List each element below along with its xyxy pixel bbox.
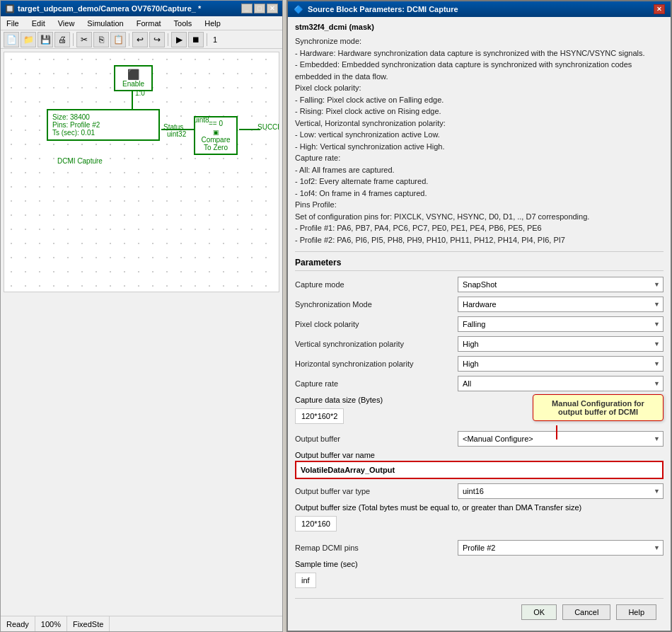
- info-capture-title: Capture rate:: [295, 152, 664, 164]
- dcmi-pins: Pins: Profile #2: [52, 121, 154, 129]
- menu-simulation[interactable]: Simulation: [84, 18, 126, 28]
- output-buffer-var-input[interactable]: [295, 461, 664, 479]
- redo-icon[interactable]: ↪: [149, 32, 165, 47]
- info-pins-title: Pins Profile:: [295, 199, 664, 211]
- sample-time-value: inf: [295, 573, 316, 588]
- info-profile1: - Profile #1: PA6, PB7, PA4, PC6, PC7, P…: [295, 222, 664, 234]
- menu-help[interactable]: Help: [202, 18, 224, 28]
- output-buffer-size-label: Output buffer size (Total bytes must be …: [295, 503, 664, 512]
- menu-bar: File Edit View Simulation Format Tools H…: [1, 16, 282, 30]
- dcmi-block-label: DCMI Capture: [57, 157, 103, 165]
- ok-button[interactable]: OK: [521, 604, 557, 620]
- minimize-button[interactable]: _: [241, 4, 253, 13]
- output-buffer-size-section: Output buffer size (Total bytes must be …: [295, 503, 664, 536]
- dialog-subtitle: stm32f4_dcmi (mask): [295, 23, 664, 31]
- sync-mode-label: Synchronization Mode: [295, 300, 458, 309]
- print-icon[interactable]: 🖨: [54, 32, 70, 47]
- paste-icon[interactable]: 📋: [110, 32, 126, 47]
- close-button-left[interactable]: ✕: [267, 4, 278, 13]
- run-icon[interactable]: ▶: [171, 32, 187, 47]
- cut-icon[interactable]: ✂: [76, 32, 92, 47]
- dcmi-block[interactable]: Size: 38400 Pins: Profile #2 Ts (sec): 0…: [47, 109, 160, 141]
- status-solver: FixedSte: [67, 616, 110, 631]
- info-vsync-high: - High: Vertical synchronization active …: [295, 141, 664, 153]
- dialog-buttons: OK Cancel Help: [295, 598, 664, 626]
- param-row-output-buffer: Output buffer <Manual Configure> Manual …: [295, 431, 664, 447]
- toolbar-sep-2: [129, 33, 129, 46]
- remap-pins-dropdown[interactable]: Profile #2: [458, 540, 664, 556]
- status-ready: Ready: [1, 616, 35, 631]
- output-buffer-size-value: 120*160: [295, 516, 337, 532]
- left-title-bar: 🔲 target_udpcam_demo/Camera OV7670/Captu…: [1, 1, 282, 16]
- param-row-remap-pins: Remap DCMI pins Profile #2: [295, 540, 664, 556]
- simulink-icon: 🔲: [5, 4, 15, 13]
- horiz-polarity-dropdown[interactable]: High: [458, 356, 664, 372]
- menu-tools[interactable]: Tools: [171, 18, 195, 28]
- capture-rate-dropdown[interactable]: All: [458, 376, 664, 391]
- info-pixel-rise: - Rising: Pixel clock active on Rising e…: [295, 105, 664, 117]
- info-section: Synchronize mode: - Hardware: Hardware s…: [295, 35, 664, 252]
- info-vsync-low: - Low: vertical synchronization active L…: [295, 129, 664, 141]
- info-pixel-title: Pixel clock polarity:: [295, 82, 664, 94]
- help-button[interactable]: Help: [616, 604, 656, 620]
- param-row-pixel-polarity: Pixel clock polarity Falling: [295, 316, 664, 332]
- dcmi-ts: Ts (sec): 0.01: [52, 129, 154, 137]
- info-vsync-title: Vertical, Horizontal synchronization pol…: [295, 117, 664, 130]
- toolbar-sep-1: [73, 33, 74, 46]
- output-buffer-dropdown[interactable]: <Manual Configure>: [458, 431, 664, 447]
- menu-view[interactable]: View: [55, 18, 78, 28]
- sample-time-label: Sample time (sec): [295, 560, 664, 568]
- open-icon[interactable]: 📁: [21, 32, 36, 47]
- param-row-vert-polarity: Vertical synchronization polarity High: [295, 336, 664, 352]
- compare-label: CompareTo Zero: [198, 136, 233, 151]
- save-icon[interactable]: 💾: [37, 32, 53, 47]
- enable-block[interactable]: ⬛ Enable: [114, 65, 153, 91]
- var-type-dropdown[interactable]: uint16: [458, 483, 664, 499]
- params-label: Parameters: [295, 258, 664, 271]
- capture-rate-label: Capture rate: [295, 379, 458, 388]
- var-type-label: Output buffer var type: [295, 487, 458, 495]
- toolbar: 📄 📁 💾 🖨 ✂ ⎘ 📋 ↩ ↪ ▶ ⏹ 1: [1, 30, 282, 49]
- menu-format[interactable]: Format: [134, 18, 164, 28]
- undo-icon[interactable]: ↩: [132, 32, 148, 47]
- param-row-var-type: Output buffer var type uint16: [295, 483, 664, 499]
- enable-label: Enable: [122, 80, 144, 88]
- info-sync-title: Synchronize mode:: [295, 35, 664, 47]
- sync-mode-dropdown[interactable]: Hardware: [458, 297, 664, 312]
- info-capture-1of2: - 1of2: Every alternate frame captured.: [295, 176, 664, 188]
- info-capture-all: - All: All frames are captured.: [295, 164, 664, 176]
- capture-mode-dropdown[interactable]: SnapShot: [458, 277, 664, 292]
- wire-dcmi-compare: [161, 129, 195, 130]
- status-zoom: 100%: [35, 616, 67, 631]
- vert-polarity-label: Vertical synchronization polarity: [295, 340, 458, 348]
- sample-time-section: Sample time (sec) inf: [295, 560, 664, 592]
- output-buffer-var-label: Output buffer var name: [295, 451, 664, 459]
- params-section: Parameters Capture mode SnapShot Synchro…: [295, 258, 664, 592]
- cancel-button[interactable]: Cancel: [562, 604, 610, 620]
- vert-polarity-dropdown[interactable]: High: [458, 336, 664, 352]
- info-capture-1of4: - 1of4: On frame in 4 frames captured.: [295, 188, 664, 200]
- pixel-polarity-dropdown[interactable]: Falling: [458, 316, 664, 332]
- dialog-close-button[interactable]: ✕: [654, 4, 665, 14]
- horiz-polarity-label: Horizontal synchronization polarity: [295, 360, 458, 368]
- info-pins-desc: Set of configuration pins for: PIXCLK, V…: [295, 211, 664, 223]
- uint8-label: uint8: [194, 116, 209, 124]
- menu-file[interactable]: File: [4, 18, 22, 28]
- dialog-panel: 🔷 Source Block Parameters: DCMI Capture …: [286, 0, 672, 632]
- info-sync-emb: - Embedded: Embedded synchronization dat…: [295, 59, 664, 82]
- stop-icon[interactable]: ⏹: [188, 32, 204, 47]
- remap-pins-label: Remap DCMI pins: [295, 544, 458, 552]
- toolbar-sep-4: [207, 33, 207, 46]
- new-icon[interactable]: 📄: [4, 32, 19, 47]
- dialog-title-text: Source Block Parameters: DCMI Capture: [308, 5, 458, 13]
- uint32-label: uint32: [167, 130, 186, 138]
- capture-size-value: 120*160*2: [295, 408, 344, 424]
- capture-mode-label: Capture mode: [295, 280, 458, 289]
- maximize-button[interactable]: □: [254, 4, 265, 13]
- canvas-area[interactable]: ⬛ Enable 1:0 Size: 38400 Pins: Profile #…: [4, 52, 279, 292]
- info-profile2: - Profile #2: PA6, PI6, PI5, PH8, PH9, P…: [295, 234, 664, 246]
- param-row-sync-mode: Synchronization Mode Hardware: [295, 297, 664, 312]
- menu-edit[interactable]: Edit: [29, 18, 48, 28]
- param-row-capture-rate: Capture rate All: [295, 376, 664, 391]
- copy-icon[interactable]: ⎘: [93, 32, 109, 47]
